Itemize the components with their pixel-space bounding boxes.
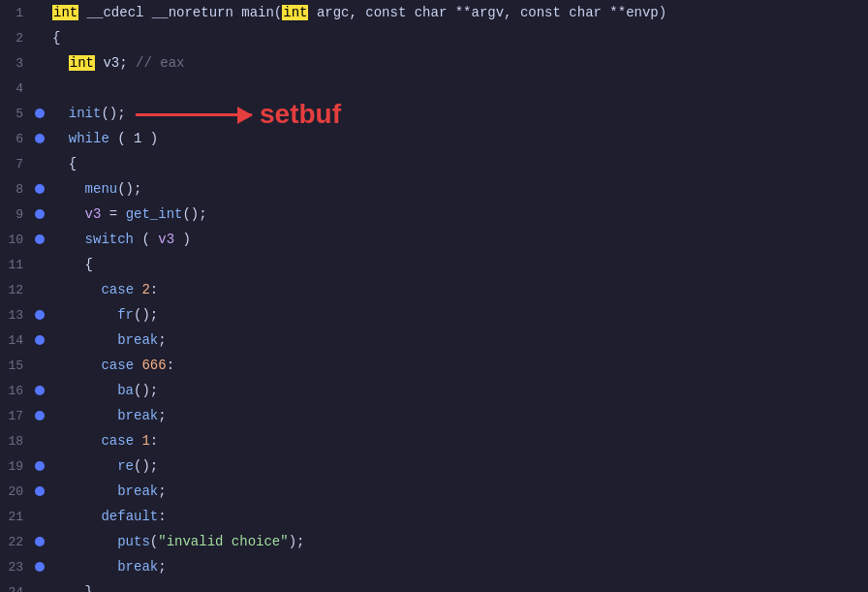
code-line: 7 { — [0, 151, 868, 176]
line-number: 4 — [0, 81, 31, 96]
token-plain: (); — [117, 181, 141, 197]
token-plain: (); — [134, 458, 158, 474]
code-tokens: switch ( v3 ) — [48, 232, 191, 247]
code-tokens: } — [48, 584, 93, 592]
line-number: 13 — [0, 308, 31, 323]
token-fn: get_int — [126, 206, 183, 222]
line-number: 19 — [0, 459, 31, 474]
token-plain — [52, 307, 117, 323]
token-plain: v3; — [95, 55, 136, 71]
code-line: 19 re(); — [0, 453, 868, 479]
code-tokens: break; — [48, 483, 167, 499]
token-plain — [52, 55, 69, 71]
code-tokens: case 666: — [48, 358, 174, 373]
breakpoint-dot-area — [31, 461, 48, 471]
line-number: 20 — [0, 484, 31, 499]
code-line: 3 int v3; // eax — [0, 50, 868, 76]
token-kw-yellow: int — [52, 5, 78, 20]
line-number: 17 — [0, 409, 31, 423]
breakpoint-dot — [35, 109, 45, 118]
code-tokens: { — [48, 30, 60, 46]
breakpoint-dot — [35, 234, 45, 244]
breakpoint-dot — [35, 537, 45, 546]
token-fn: ba — [117, 383, 134, 398]
code-line: 12 case 2: — [0, 277, 868, 302]
breakpoint-dot — [35, 184, 45, 194]
line-number: 9 — [0, 207, 31, 222]
token-plain — [52, 181, 85, 197]
code-tokens: { — [48, 156, 77, 171]
breakpoint-dot-area — [31, 562, 48, 572]
code-line: 2{ — [0, 25, 868, 50]
token-plain — [52, 282, 101, 297]
breakpoint-dot-area — [31, 537, 48, 546]
token-kw: break — [117, 483, 158, 499]
token-plain: ; — [158, 483, 166, 499]
token-kw-yellow: int — [282, 5, 308, 20]
code-tokens: case 1: — [48, 433, 158, 449]
code-line: 6 while ( 1 ) — [0, 126, 868, 151]
code-line: 9 v3 = get_int(); — [0, 202, 868, 227]
breakpoint-dot — [35, 335, 45, 345]
line-number: 3 — [0, 56, 31, 71]
token-plain: = — [101, 206, 125, 222]
line-number: 15 — [0, 358, 31, 373]
code-tokens: while ( 1 ) — [48, 131, 158, 146]
code-line: 20 break; — [0, 479, 868, 504]
breakpoint-dot-area — [31, 109, 48, 118]
token-plain — [52, 332, 117, 348]
token-kw: break — [117, 408, 158, 423]
token-plain — [52, 509, 101, 524]
token-num: 1 — [141, 433, 149, 449]
token-plain: { — [52, 30, 60, 46]
code-tokens: int __cdecl __noreturn main(int argc, co… — [48, 5, 666, 20]
breakpoint-dot-area — [31, 184, 48, 194]
token-case-kw: case — [101, 358, 134, 373]
breakpoint-dot — [35, 411, 45, 421]
breakpoint-dot — [35, 134, 45, 143]
token-fn: puts — [117, 534, 150, 549]
code-line: 16 ba(); — [0, 378, 868, 403]
code-tokens: v3 = get_int(); — [48, 206, 207, 222]
breakpoint-dot-area — [31, 234, 48, 244]
code-line: 10 switch ( v3 ) — [0, 227, 868, 252]
code-tokens: case 2: — [48, 282, 158, 297]
token-plain: ; — [158, 332, 166, 348]
code-tokens: menu(); — [48, 181, 141, 197]
breakpoint-dot — [35, 562, 45, 572]
breakpoint-dot — [35, 386, 45, 395]
code-tokens: break; — [48, 559, 167, 575]
token-plain: ( — [134, 232, 158, 247]
token-num: 2 — [141, 282, 149, 297]
line-number: 23 — [0, 560, 31, 575]
token-case-kw: case — [101, 433, 134, 449]
breakpoint-dot — [35, 486, 45, 496]
code-line: 23 break; — [0, 554, 868, 579]
token-fn: fr — [117, 307, 134, 323]
line-number: 5 — [0, 107, 31, 121]
line-number: 24 — [0, 585, 31, 593]
line-number: 7 — [0, 157, 31, 171]
code-tokens: ba(); — [48, 383, 158, 398]
token-case-kw: case — [101, 282, 134, 297]
code-line: 8 menu(); — [0, 176, 868, 202]
token-str: "invalid choice" — [158, 534, 288, 549]
token-fn: init — [69, 106, 102, 121]
breakpoint-dot — [35, 209, 45, 219]
line-number: 1 — [0, 6, 31, 20]
code-tokens: init(); — [48, 106, 126, 121]
breakpoint-dot-area — [31, 486, 48, 496]
code-editor: 1int __cdecl __noreturn main(int argc, c… — [0, 0, 868, 592]
token-kw: while — [69, 131, 109, 146]
token-plain — [52, 358, 101, 373]
token-plain — [52, 483, 117, 499]
token-plain: ; — [158, 408, 166, 423]
token-plain: (); — [182, 206, 206, 222]
code-tokens: { — [48, 257, 93, 272]
breakpoint-dot-area — [31, 386, 48, 395]
code-line: 4 — [0, 76, 868, 101]
token-kw: break — [117, 559, 158, 575]
token-plain: : — [158, 509, 166, 524]
line-number: 10 — [0, 233, 31, 247]
token-kw: break — [117, 332, 158, 348]
